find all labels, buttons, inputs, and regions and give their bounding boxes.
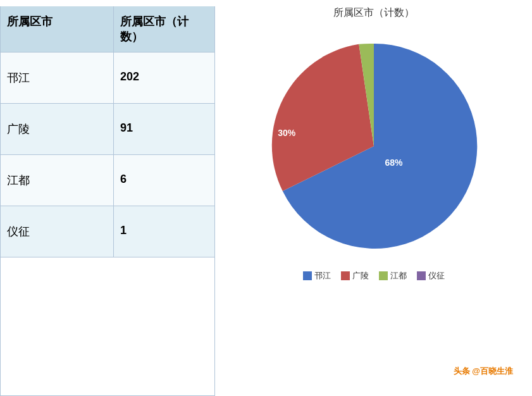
chart-title: 所属区市（计数） (333, 6, 414, 20)
legend-color-yizheng (417, 271, 426, 280)
cell-name: 广陵 (1, 104, 114, 154)
table-row: 江都 6 (1, 155, 214, 206)
legend-label-jiangdu: 江都 (390, 270, 407, 282)
legend-jiangdu: 江都 (379, 270, 407, 282)
legend-color-hjiang (303, 271, 312, 280)
legend-guangling: 广陵 (341, 270, 369, 282)
chart-section: 所属区市（计数） 68% 30% 邗江 广陵 江都 (215, 0, 532, 396)
legend-yizheng: 仪征 (417, 270, 445, 282)
cell-count: 1 (114, 206, 214, 257)
header-name: 所属区市 (1, 6, 114, 52)
cell-name: 邗江 (1, 53, 114, 103)
chart-legend: 邗江 广陵 江都 仪征 (303, 270, 445, 282)
legend-color-jiangdu (379, 271, 388, 280)
table-row: 广陵 91 (1, 104, 214, 155)
data-table: 所属区市 所属区市（计数） 邗江 202 广陵 91 江都 6 仪征 1 (0, 6, 215, 396)
cell-name: 江都 (1, 155, 114, 206)
cell-name: 仪征 (1, 206, 114, 257)
label-hjiang: 68% (385, 158, 403, 168)
legend-label-yizheng: 仪征 (428, 270, 445, 282)
pie-svg (260, 32, 488, 260)
table-row: 邗江 202 (1, 53, 214, 104)
legend-label-hjiang: 邗江 (314, 270, 331, 282)
legend-label-guangling: 广陵 (352, 270, 369, 282)
pie-chart: 68% 30% (260, 32, 488, 260)
watermark: 头条 @百晓生淮 (454, 366, 513, 377)
legend-hjiang: 邗江 (303, 270, 331, 282)
label-guangling: 30% (278, 128, 295, 138)
cell-count: 91 (114, 104, 214, 154)
cell-count: 6 (114, 155, 214, 206)
header-count: 所属区市（计数） (114, 6, 214, 52)
table-header: 所属区市 所属区市（计数） (1, 6, 214, 53)
table-row: 仪征 1 (1, 206, 214, 257)
cell-count: 202 (114, 53, 214, 103)
legend-color-guangling (341, 271, 350, 280)
